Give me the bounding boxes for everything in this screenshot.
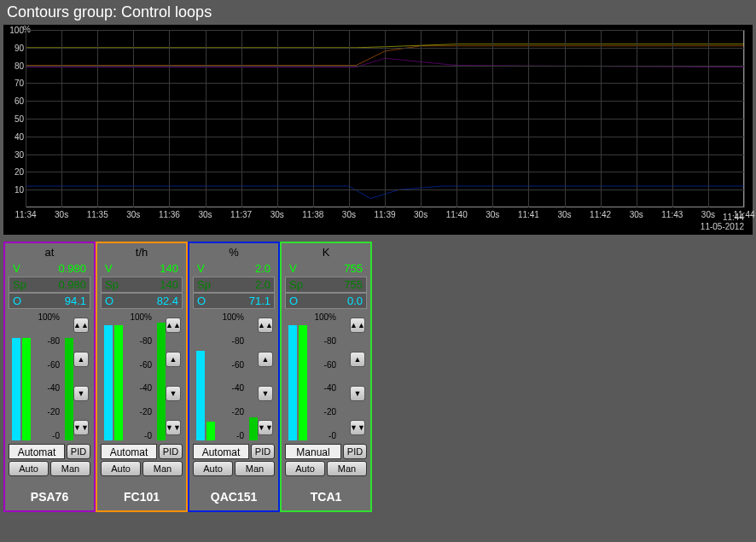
unit-label: at	[7, 245, 92, 260]
pv-value: 140	[160, 262, 178, 275]
sp-bar	[299, 325, 307, 440]
pv-readout: V 2.0	[193, 260, 275, 277]
sp-readout[interactable]: Sp 755	[285, 277, 367, 293]
gridline-v	[313, 30, 314, 207]
step-down-fast-icon[interactable]: ▼▼	[166, 420, 181, 435]
y-tick: 90	[5, 43, 24, 52]
man-button[interactable]: Man	[50, 461, 90, 476]
pv-label: V	[197, 262, 205, 275]
x-tick: 11:39	[374, 210, 395, 219]
pid-button[interactable]: PID	[67, 444, 90, 459]
x-tick: 30s	[198, 210, 212, 219]
pv-readout: V 0.980	[9, 260, 90, 277]
op-label: O	[105, 294, 113, 307]
loop-tag: TCA1	[283, 490, 369, 504]
step-down-icon[interactable]: ▼	[73, 386, 89, 401]
auto-button[interactable]: Auto	[101, 461, 141, 476]
sp-bar	[22, 338, 31, 440]
x-tick: 30s	[270, 210, 284, 219]
sp-bar	[114, 325, 123, 440]
step-down-icon[interactable]: ▼	[350, 386, 365, 401]
x-tick: 30s	[126, 210, 140, 219]
bar-scale: 100% -80-60-40-20-0	[32, 312, 61, 440]
gridline-v	[61, 30, 62, 207]
op-readout[interactable]: O 71.1	[193, 293, 275, 309]
op-bar-group	[338, 312, 350, 440]
auto-button[interactable]: Auto	[9, 461, 49, 476]
op-readout[interactable]: O 0.0	[285, 293, 367, 309]
step-up-icon[interactable]: ▲	[258, 352, 273, 367]
loop-tag: FC101	[99, 490, 184, 504]
pv-value: 755	[344, 262, 363, 275]
op-readout[interactable]: O 82.4	[101, 293, 183, 309]
pv-label: V	[13, 262, 20, 275]
sp-readout[interactable]: Sp 2.0	[193, 277, 275, 293]
x-tick: 11:42	[590, 210, 611, 219]
step-up-icon[interactable]: ▲	[73, 352, 89, 367]
step-up-fast-icon[interactable]: ▲▲	[258, 318, 273, 333]
auto-button[interactable]: Auto	[285, 461, 325, 476]
step-down-icon[interactable]: ▼	[166, 386, 181, 401]
pv-bar	[288, 325, 297, 440]
pid-button[interactable]: PID	[343, 444, 367, 459]
step-down-fast-icon[interactable]: ▼▼	[258, 420, 273, 435]
y-tick: 80	[5, 61, 24, 70]
x-tick: 30s	[486, 210, 499, 219]
gridline-v	[457, 30, 457, 207]
man-button[interactable]: Man	[142, 461, 183, 476]
op-bar-group	[154, 312, 166, 440]
sp-value: 140	[160, 278, 178, 291]
op-bar	[65, 338, 73, 440]
sp-bar	[206, 422, 215, 441]
unit-label: %	[191, 245, 276, 260]
sp-readout[interactable]: Sp 0.980	[9, 277, 90, 293]
step-up-fast-icon[interactable]: ▲▲	[73, 318, 89, 333]
mode-display: Automat	[101, 444, 157, 459]
sp-label: Sp	[105, 278, 119, 291]
x-tick: 11:38	[302, 210, 323, 219]
step-up-icon[interactable]: ▲	[350, 352, 365, 367]
y-tick: 100	[5, 26, 24, 35]
sp-label: Sp	[197, 278, 211, 291]
faceplate-TCA1: K V 755 Sp 755 O 0.0	[280, 242, 372, 512]
step-down-fast-icon[interactable]: ▼▼	[73, 420, 89, 435]
step-up-icon[interactable]: ▲	[166, 352, 181, 367]
gridline-v	[744, 30, 745, 207]
gridline-v	[206, 30, 206, 207]
gridline-v	[241, 30, 242, 207]
x-tick: 11:43	[661, 210, 683, 219]
pv-readout: V 140	[101, 260, 183, 277]
pid-button[interactable]: PID	[251, 444, 275, 459]
window-title: Contours group: Control loops	[0, 0, 756, 25]
op-readout[interactable]: O 94.1	[9, 293, 90, 309]
op-bar-group	[246, 312, 258, 440]
bar-group	[101, 312, 125, 440]
gridline-v	[349, 30, 350, 207]
x-tick: 11:40	[446, 210, 468, 219]
auto-button[interactable]: Auto	[193, 461, 233, 476]
y-tick: 20	[5, 167, 24, 177]
x-tick: 11:41	[518, 210, 539, 219]
sp-readout[interactable]: Sp 140	[101, 277, 183, 293]
step-up-fast-icon[interactable]: ▲▲	[350, 318, 365, 333]
gridline-v	[169, 30, 170, 207]
mode-display: Automat	[9, 444, 65, 459]
sp-value: 0.980	[58, 278, 86, 291]
pid-button[interactable]: PID	[159, 444, 183, 459]
sp-value: 755	[344, 278, 363, 291]
man-button[interactable]: Man	[327, 461, 367, 476]
pv-label: V	[105, 262, 113, 275]
chart-date: 11:44 11-05-2012	[701, 213, 744, 231]
y-tick: 40	[5, 131, 24, 141]
y-tick: 10	[5, 185, 24, 195]
step-down-icon[interactable]: ▼	[258, 386, 273, 401]
step-down-fast-icon[interactable]: ▼▼	[350, 420, 365, 435]
man-button[interactable]: Man	[235, 461, 275, 476]
faceplate-FC101: t/h V 140 Sp 140 O 82.4	[96, 242, 188, 512]
sp-value: 2.0	[255, 278, 270, 291]
gridline-v	[601, 30, 602, 207]
x-tick: 11:37	[230, 210, 252, 219]
x-tick: 30s	[414, 210, 427, 219]
step-up-fast-icon[interactable]: ▲▲	[166, 318, 181, 333]
y-tick: 70	[5, 79, 24, 88]
